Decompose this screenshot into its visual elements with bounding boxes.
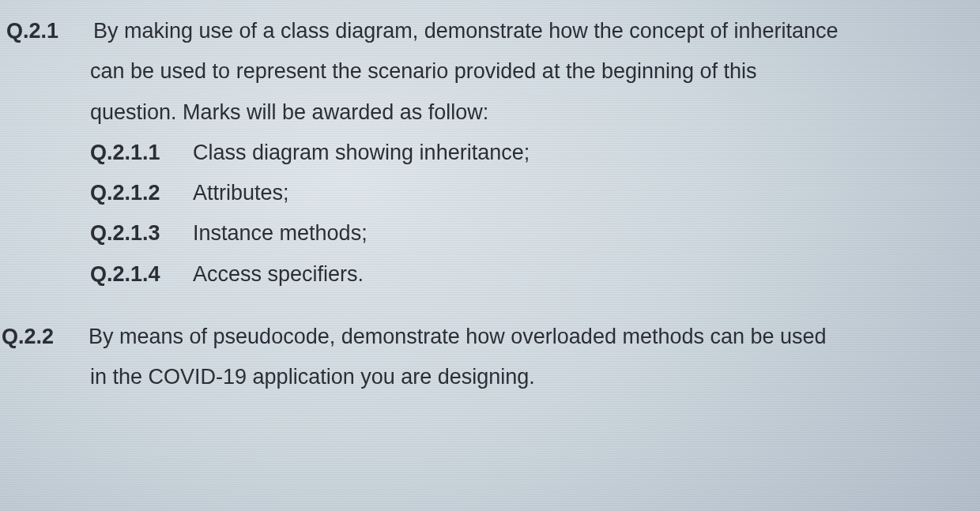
question-text-line3: question. Marks will be awarded as follo… xyxy=(2,92,956,133)
subquestion-number: Q.2.1.4 xyxy=(90,254,193,295)
subquestion-2-1-2: Q.2.1.2 Attributes; xyxy=(2,173,956,213)
subquestion-number: Q.2.1.3 xyxy=(90,213,193,254)
question-2-2: Q.2.2 By means of pseudocode, demonstrat… xyxy=(2,317,956,357)
question-2-1: Q.2.1 By making use of a class diagram, … xyxy=(2,11,956,51)
question-text-line2: can be used to represent the scenario pr… xyxy=(2,51,956,92)
subquestion-number: Q.2.1.1 xyxy=(90,133,193,173)
question-text-line1: By making use of a class diagram, demons… xyxy=(93,11,956,51)
subquestion-text: Instance methods; xyxy=(193,213,956,254)
subquestion-2-1-1: Q.2.1.1 Class diagram showing inheritanc… xyxy=(2,133,956,173)
subquestion-number: Q.2.1.2 xyxy=(90,173,193,213)
question-number: Q.2.1 xyxy=(2,11,93,51)
question-number: Q.2.2 xyxy=(2,317,89,357)
subquestion-text: Attributes; xyxy=(193,173,956,213)
subquestion-text: Access specifiers. xyxy=(193,254,956,295)
subquestion-2-1-4: Q.2.1.4 Access specifiers. xyxy=(2,254,956,295)
subquestion-2-1-3: Q.2.1.3 Instance methods; xyxy=(2,213,956,254)
subquestion-text: Class diagram showing inheritance; xyxy=(193,133,956,173)
question-text-line2: in the COVID-19 application you are desi… xyxy=(2,357,956,397)
question-text-line1: By means of pseudocode, demonstrate how … xyxy=(89,317,956,357)
